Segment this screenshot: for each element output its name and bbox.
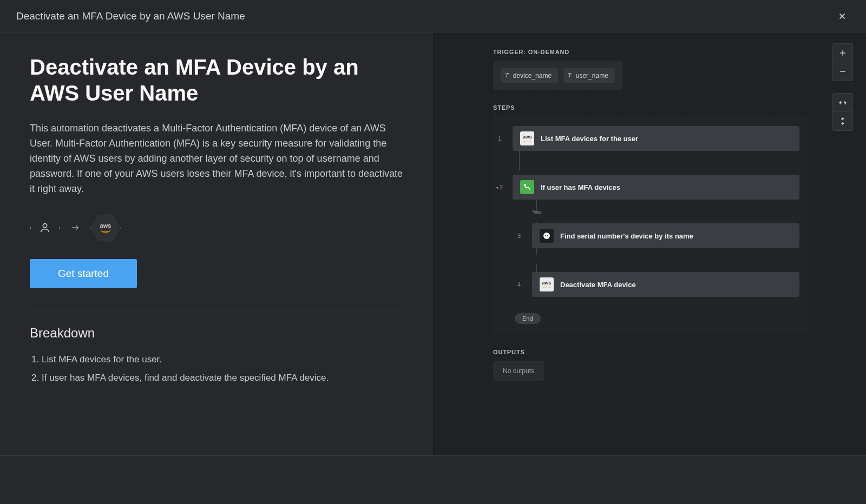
page-title: Deactivate an MFA Device by an AWS User …	[30, 54, 403, 106]
svg-point-2	[545, 235, 546, 236]
trigger-param-chip[interactable]: Tdevice_name	[501, 68, 558, 83]
details-panel: Deactivate an MFA Device by an AWS User …	[0, 32, 433, 455]
close-icon	[837, 11, 847, 21]
trigger-card[interactable]: Tdevice_name Tuser_name	[493, 61, 622, 90]
user-hex-icon	[30, 213, 60, 243]
breakdown-item: List MFA devices for the user.	[42, 350, 403, 369]
step-row[interactable]: 4 aws Deactivate MFA device	[493, 272, 799, 297]
aws-icon: aws	[540, 277, 554, 291]
condition-icon	[520, 180, 534, 194]
text-type-icon: T	[505, 71, 509, 79]
aws-icon: aws	[520, 131, 534, 145]
steps-section-label: STEPS	[493, 104, 834, 111]
text-type-icon: T	[568, 71, 572, 79]
step-label: If user has MFA devices	[541, 183, 620, 191]
step-row[interactable]: 2 If user has MFA devices	[493, 175, 799, 200]
get-started-button[interactable]: Get started	[30, 259, 137, 288]
aws-hex-icon: aws	[90, 213, 121, 243]
step-number: 2	[493, 184, 506, 190]
end-node[interactable]: End	[515, 313, 541, 324]
step-label: Deactivate MFA device	[560, 281, 636, 289]
integration-flow: aws	[30, 213, 403, 243]
branch-label-yes: Yes	[532, 209, 541, 215]
divider	[30, 310, 403, 310]
trigger-param-chip[interactable]: Tuser_name	[563, 68, 615, 83]
trigger-section-label: TRIGGER: ON-DEMAND	[493, 49, 834, 55]
step-label: Find serial number's device by its name	[560, 232, 693, 240]
step-number: 3	[513, 233, 526, 239]
action-icon	[540, 229, 554, 243]
modal-footer	[0, 455, 866, 504]
close-button[interactable]	[835, 9, 850, 24]
step-number: 4	[513, 281, 526, 288]
svg-point-1	[543, 233, 550, 239]
aws-icon: aws	[100, 223, 111, 233]
steps-card: 1 aws List MFA devices for the user 2	[493, 116, 807, 334]
person-icon	[39, 222, 51, 234]
modal-header: Deactivate an MFA Device by an AWS User …	[0, 0, 866, 32]
outputs-section-label: OUTPUTS	[493, 349, 834, 355]
outputs-empty-state: No outputs	[493, 361, 544, 381]
breakdown-heading: Breakdown	[30, 326, 403, 341]
modal-title: Deactivate an MFA Device by an AWS User …	[16, 10, 245, 22]
step-row[interactable]: Yes 3 Find serial number's device by its…	[493, 223, 799, 248]
svg-point-0	[43, 224, 47, 228]
workflow-canvas[interactable]: TRIGGER: ON-DEMAND Tdevice_name Tuser_na…	[433, 32, 866, 455]
flow-arrow-icon	[68, 222, 83, 233]
svg-point-3	[547, 235, 548, 236]
breakdown-list: List MFA devices for the user. If user h…	[30, 350, 403, 387]
step-row[interactable]: 1 aws List MFA devices for the user	[493, 126, 799, 151]
breakdown-item: If user has MFA devices, find and deacti…	[42, 369, 403, 387]
page-description: This automation deactivates a Multi-Fact…	[30, 121, 403, 196]
step-label: List MFA devices for the user	[541, 135, 638, 143]
step-number: 1	[493, 135, 506, 142]
